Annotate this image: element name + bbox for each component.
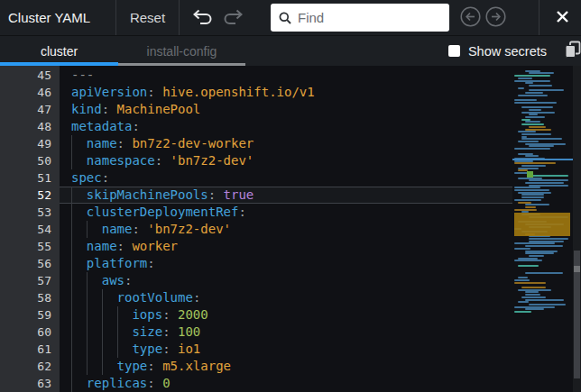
tab-bar: cluster install-config Show secrets bbox=[0, 36, 581, 66]
close-icon bbox=[556, 10, 569, 26]
line-number-gutter: 45464748495051525354555657585960616263 bbox=[0, 66, 60, 392]
find-next-icon bbox=[485, 6, 506, 30]
line-number: 61 bbox=[0, 341, 60, 358]
code-area[interactable]: ---apiVersion: hive.openshift.io/v1kind:… bbox=[60, 66, 512, 392]
code-line-50[interactable]: namespace: 'bn7z2-dev' bbox=[60, 152, 512, 169]
show-secrets-toggle[interactable]: Show secrets bbox=[448, 36, 547, 66]
editor-scrollbar[interactable] bbox=[573, 66, 581, 392]
line-number: 49 bbox=[0, 135, 60, 152]
code-line-47[interactable]: kind: MachinePool bbox=[60, 101, 512, 118]
tab-cluster[interactable]: cluster bbox=[0, 36, 118, 66]
code-line-51[interactable]: spec: bbox=[60, 169, 512, 187]
code-line-48[interactable]: metadata: bbox=[60, 118, 512, 135]
code-line-60[interactable]: size: 100 bbox=[60, 324, 512, 341]
scrollbar-position-marker bbox=[574, 266, 580, 272]
tab-cluster-label: cluster bbox=[41, 44, 78, 59]
line-number: 57 bbox=[0, 272, 60, 289]
line-number: 63 bbox=[0, 375, 60, 392]
modal-title: Cluster YAML bbox=[0, 10, 115, 25]
line-number: 59 bbox=[0, 306, 60, 324]
line-number: 47 bbox=[0, 101, 60, 118]
code-line-59[interactable]: iops: 2000 bbox=[60, 306, 512, 324]
line-number: 56 bbox=[0, 255, 60, 272]
reset-button[interactable]: Reset bbox=[116, 10, 179, 25]
close-button[interactable] bbox=[550, 6, 574, 30]
undo-icon bbox=[191, 9, 215, 27]
code-line-45[interactable]: --- bbox=[60, 67, 512, 84]
yaml-editor[interactable]: 45464748495051525354555657585960616263 -… bbox=[0, 66, 581, 392]
line-number: 50 bbox=[0, 152, 60, 169]
line-number: 54 bbox=[0, 221, 60, 238]
find-previous-button[interactable] bbox=[460, 6, 481, 30]
code-line-58[interactable]: rootVolume: bbox=[60, 289, 512, 306]
line-number: 45 bbox=[0, 67, 60, 84]
line-number: 51 bbox=[0, 169, 60, 187]
modal-header: Cluster YAML Reset bbox=[0, 0, 581, 36]
code-line-62[interactable]: type: m5.xlarge bbox=[60, 358, 512, 375]
line-number: 58 bbox=[0, 289, 60, 306]
code-line-57[interactable]: aws: bbox=[60, 272, 512, 289]
line-number: 46 bbox=[0, 84, 60, 101]
header-divider bbox=[539, 0, 540, 35]
find-previous-icon bbox=[460, 6, 481, 30]
minimap[interactable] bbox=[512, 66, 573, 392]
line-number: 52 bbox=[0, 187, 60, 204]
code-line-46[interactable]: apiVersion: hive.openshift.io/v1 bbox=[60, 84, 512, 101]
code-line-61[interactable]: type: io1 bbox=[60, 341, 512, 358]
line-number: 53 bbox=[0, 204, 60, 221]
code-line-55[interactable]: name: worker bbox=[60, 238, 512, 255]
line-number: 60 bbox=[0, 324, 60, 341]
undo-button[interactable] bbox=[191, 9, 215, 27]
cluster-yaml-modal: Cluster YAML Reset bbox=[0, 0, 581, 392]
find-input-wrapper bbox=[271, 4, 449, 32]
line-number: 55 bbox=[0, 238, 60, 255]
find-next-button[interactable] bbox=[485, 6, 506, 30]
find-input[interactable] bbox=[298, 10, 424, 25]
show-secrets-checkbox[interactable] bbox=[448, 45, 460, 57]
line-number: 48 bbox=[0, 118, 60, 135]
code-line-63[interactable]: replicas: 0 bbox=[60, 375, 512, 392]
history-controls bbox=[180, 9, 256, 27]
line-number: 62 bbox=[0, 358, 60, 375]
code-line-53[interactable]: clusterDeploymentRef: bbox=[60, 204, 512, 221]
code-line-56[interactable]: platform: bbox=[60, 255, 512, 272]
tab-bar-spacer bbox=[245, 36, 448, 66]
redo-button[interactable] bbox=[221, 9, 244, 27]
code-line-49[interactable]: name: bn7z2-dev-worker bbox=[60, 135, 512, 152]
copy-button[interactable] bbox=[563, 36, 581, 66]
tab-install-config[interactable]: install-config bbox=[118, 36, 245, 66]
show-secrets-label: Show secrets bbox=[468, 44, 547, 59]
copy-icon bbox=[564, 41, 581, 61]
code-line-52[interactable]: skipMachinePools: true bbox=[60, 187, 512, 204]
code-line-54[interactable]: name: 'bn7z2-dev' bbox=[60, 221, 512, 238]
tab-install-config-label: install-config bbox=[147, 44, 217, 59]
redo-icon bbox=[221, 9, 244, 27]
search-icon bbox=[279, 12, 291, 24]
